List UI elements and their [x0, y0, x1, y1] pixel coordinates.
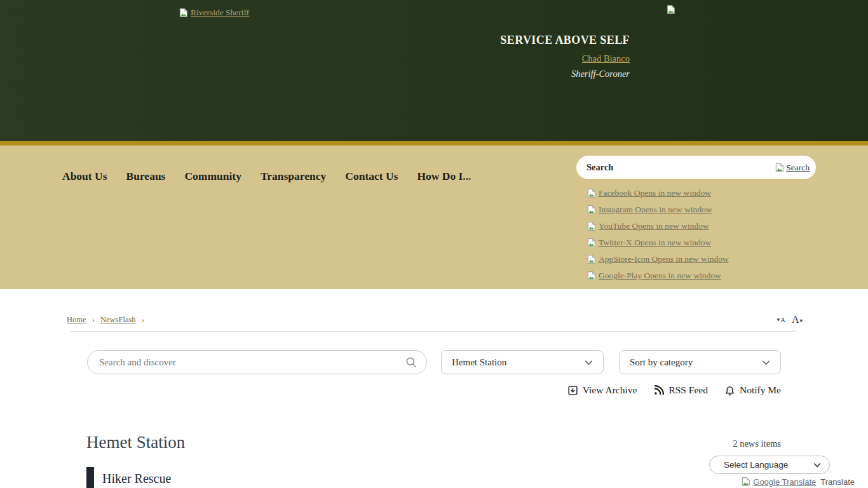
broken-image-icon	[741, 477, 751, 487]
view-archive-label: View Archive	[583, 384, 637, 396]
notify-me-link[interactable]: Notify Me	[724, 384, 781, 396]
notify-me-label: Notify Me	[740, 384, 781, 396]
breadcrumb-home[interactable]: Home	[67, 315, 86, 324]
breadcrumb-separator: ›	[92, 315, 95, 324]
breadcrumb-newsflash[interactable]: NewsFlash	[100, 315, 136, 324]
social-link-label: Twitter-X Opens in new window	[599, 238, 711, 248]
header-search-button-label: Search	[786, 163, 810, 173]
social-link-label: Facebook Opens in new window	[599, 188, 711, 198]
search-icon[interactable]	[405, 356, 417, 369]
broken-image-icon	[587, 271, 597, 281]
main-nav: About Us Bureaus Community Transparency …	[62, 170, 471, 183]
chevron-down-icon	[813, 461, 821, 469]
social-link-appstore[interactable]: AppStore-Icon Opens in new window	[587, 251, 729, 268]
archive-icon	[567, 385, 578, 396]
chevron-down-icon	[761, 357, 771, 368]
header-search-input[interactable]	[587, 162, 775, 173]
social-links: Facebook Opens in new window Instagram O…	[587, 185, 729, 284]
bell-icon	[724, 385, 735, 396]
news-item-marker	[86, 467, 94, 488]
broken-image-icon	[666, 4, 676, 15]
nav-how-do-i[interactable]: How Do I...	[417, 170, 471, 183]
nav-about-us[interactable]: About Us	[62, 170, 107, 183]
language-select-value: Select Language	[724, 460, 788, 470]
social-link-twitter-x[interactable]: Twitter-X Opens in new window	[587, 234, 729, 251]
sort-dropdown-value: Sort by category	[630, 357, 693, 368]
gold-divider	[0, 141, 868, 146]
triangle-down-icon: ▾	[776, 317, 780, 323]
nav-contact-us[interactable]: Contact Us	[345, 170, 398, 183]
view-archive-link[interactable]: View Archive	[567, 384, 637, 396]
decrease-font-label: A	[780, 316, 785, 323]
social-link-youtube[interactable]: YouTube Opens in new window	[587, 218, 729, 234]
news-actions: View Archive RSS Feed	[567, 384, 781, 396]
sheriff-name-link[interactable]: Chad Bianco	[582, 53, 630, 64]
increase-font-label: A	[792, 315, 799, 325]
translate-label: Translate	[820, 477, 855, 487]
social-link-label: Google-Play Opens in new window	[599, 271, 721, 281]
page: Riverside Sheriff SERVICE ABOVE SELF Cha…	[0, 0, 868, 488]
header-text-block: SERVICE ABOVE SELF Chad Bianco Sheriff-C…	[500, 34, 630, 79]
nav-section: About Us Bureaus Community Transparency …	[0, 146, 868, 289]
broken-image-icon	[775, 163, 785, 173]
header-search-button[interactable]: Search	[775, 163, 810, 173]
language-select[interactable]: Select Language	[709, 456, 830, 474]
broken-image-icon	[587, 254, 597, 264]
nav-transparency[interactable]: Transparency	[261, 170, 326, 183]
nav-bureaus[interactable]: Bureaus	[126, 170, 166, 183]
broken-image-icon	[587, 221, 597, 231]
social-link-facebook[interactable]: Facebook Opens in new window	[587, 185, 729, 201]
news-count: 2 news items	[733, 438, 781, 449]
news-item-title[interactable]: Hiker Rescue	[102, 467, 171, 488]
breadcrumb: Home › NewsFlash ›	[67, 315, 148, 325]
news-item: Hiker Rescue	[86, 467, 171, 488]
sheriff-title-text: Sheriff-Coroner	[500, 69, 630, 79]
broken-image-icon	[587, 238, 597, 248]
font-size-controls: ▾ A A ▴	[776, 315, 803, 325]
rss-feed-label: RSS Feed	[668, 384, 708, 396]
news-search-input[interactable]	[99, 357, 405, 368]
site-logo-alt-text: Riverside Sheriff	[191, 8, 249, 18]
rss-feed-link[interactable]: RSS Feed	[653, 384, 708, 396]
social-link-label: AppStore-Icon Opens in new window	[599, 254, 729, 264]
social-link-instagram[interactable]: Instagram Opens in new window	[587, 201, 729, 218]
category-dropdown[interactable]: Hemet Station	[441, 350, 604, 374]
motto-text: SERVICE ABOVE SELF	[500, 34, 630, 47]
social-link-label: Instagram Opens in new window	[599, 205, 712, 215]
main-content: Home › NewsFlash › ▾ A A ▴	[0, 289, 868, 488]
google-translate-attribution[interactable]: Google Translate Translate	[741, 477, 855, 487]
page-title: Hemet Station	[86, 433, 185, 452]
site-header: Riverside Sheriff SERVICE ABOVE SELF Cha…	[0, 0, 868, 141]
site-logo-link[interactable]: Riverside Sheriff	[179, 8, 249, 18]
chevron-down-icon	[583, 357, 594, 368]
sort-dropdown[interactable]: Sort by category	[619, 350, 781, 374]
google-translate-alt-text: Google Translate	[753, 477, 816, 487]
social-link-label: YouTube Opens in new window	[599, 221, 709, 231]
broken-image-icon	[179, 8, 189, 18]
social-link-google-play[interactable]: Google-Play Opens in new window	[587, 268, 729, 284]
header-search: Search	[576, 156, 816, 179]
divider-line	[70, 331, 796, 332]
increase-font-button[interactable]: A ▴	[792, 315, 803, 325]
broken-image-icon	[587, 205, 597, 215]
category-dropdown-value: Hemet Station	[452, 357, 506, 368]
nav-community[interactable]: Community	[184, 170, 241, 183]
rss-icon	[653, 385, 664, 396]
broken-image-icon	[587, 188, 597, 198]
news-search	[87, 350, 427, 374]
decrease-font-button[interactable]: ▾ A	[776, 316, 785, 323]
triangle-up-icon: ▴	[799, 317, 803, 323]
breadcrumb-separator: ›	[142, 315, 144, 324]
